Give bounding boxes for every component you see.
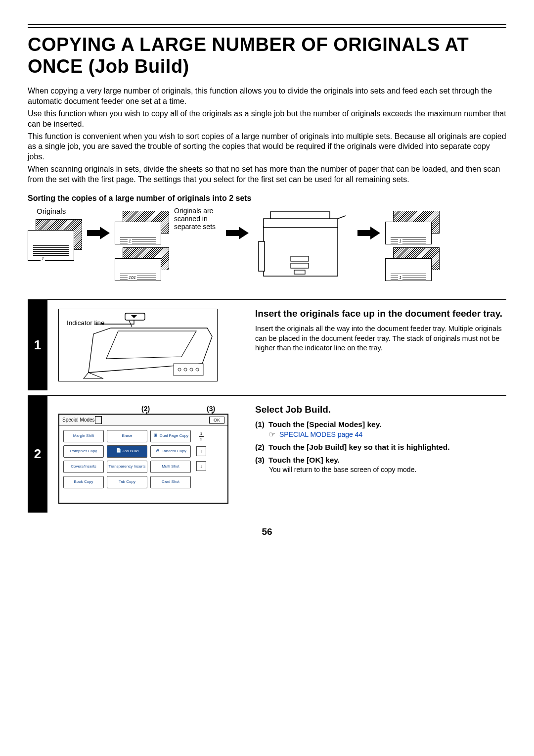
paperstack-icon: 1: [385, 247, 440, 280]
tab-copy-key[interactable]: Tab Copy: [107, 476, 147, 488]
dual-page-icon: ▣: [153, 433, 159, 438]
inst-3-text: Touch the [OK] key.: [268, 456, 340, 465]
special-modes-link[interactable]: SPECIAL MODES page 44: [279, 430, 362, 438]
panel-callouts: (2) (3): [58, 405, 226, 414]
top-rule: [28, 24, 506, 28]
step-2-title: Select Job Build.: [255, 404, 506, 416]
page-number: 56: [28, 526, 506, 537]
svg-rect-6: [291, 263, 309, 268]
step-number: 1: [28, 300, 47, 390]
inst-1-text: Touch the [Special Modes] key.: [268, 420, 382, 429]
step-1: 1 Indicator line: [28, 299, 506, 390]
svg-rect-0: [264, 227, 338, 276]
tandem-copy-key[interactable]: 🖨Tandem Copy: [150, 445, 191, 458]
inst-3-body: You will return to the base screen of co…: [269, 466, 416, 473]
copier-icon: [254, 207, 353, 284]
workflow-diagram: Originals 1 1: [28, 207, 506, 284]
svg-rect-4: [259, 241, 265, 271]
step-1-title: Insert the originals face up in the docu…: [255, 308, 506, 320]
paperstack-icon: 101: [115, 247, 169, 280]
svg-line-3: [338, 216, 346, 219]
panel-title: Special Modes: [62, 417, 95, 423]
step-1-body: Insert the originals all the way into th…: [255, 324, 506, 353]
paperstack-icon: 1: [28, 219, 82, 261]
ok-button[interactable]: OK: [209, 417, 224, 424]
svg-rect-5: [291, 256, 309, 261]
scan-label: Originals are scanned in separate sets: [174, 207, 221, 231]
multi-shot-key[interactable]: Multi Shot: [150, 461, 191, 473]
paperstack-icon: 1: [115, 211, 169, 243]
margin-shift-key[interactable]: Margin Shift: [63, 430, 104, 442]
scroll-down-button[interactable]: ↓: [196, 461, 206, 471]
erase-key[interactable]: Erase: [107, 430, 147, 442]
step-2: 2 (2) (3) Special Modes OK Mar: [28, 395, 506, 513]
document-icon: [95, 416, 102, 424]
pamphlet-copy-key[interactable]: Pamphlet Copy: [63, 445, 104, 458]
page-fraction: 1 2: [199, 432, 204, 442]
card-shot-key[interactable]: Card Shot: [150, 476, 191, 488]
pointing-hand-icon: ☞: [269, 430, 275, 439]
covers-inserts-key[interactable]: Covers/Inserts: [63, 461, 104, 473]
page-title: COPYING A LARGE NUMBER OF ORIGINALS AT O…: [28, 34, 506, 77]
arrow-right-icon: [226, 227, 249, 239]
tandem-icon: 🖨: [155, 449, 161, 454]
svg-rect-2: [270, 212, 330, 219]
diagram-heading: Sorting the copies of a large number of …: [28, 194, 506, 203]
inst-3-number: (3): [255, 456, 265, 465]
job-build-icon: 📄: [116, 449, 122, 454]
arrow-right-icon: [357, 227, 380, 239]
svg-rect-7: [294, 270, 305, 274]
intro-para-4: When scanning originals in sets, divide …: [28, 164, 506, 185]
transparency-inserts-key[interactable]: Transparency Inserts: [107, 461, 147, 473]
svg-rect-1: [264, 219, 338, 228]
intro-para-2: Use this function when you wish to copy …: [28, 109, 506, 130]
originals-label: Originals: [28, 207, 82, 215]
scroll-up-button[interactable]: ↑: [196, 446, 206, 456]
intro-para-1: When copying a very large number of orig…: [28, 86, 506, 107]
inst-1-number: (1): [255, 420, 265, 429]
arrow-right-icon: [87, 227, 110, 239]
job-build-key[interactable]: 📄Job Build: [107, 445, 147, 458]
intro-para-3: This function is convenient when you wis…: [28, 132, 506, 162]
special-modes-panel: Special Modes OK Margin Shift Erase ▣Dua…: [58, 414, 228, 504]
inst-2-text: Touch the [Job Build] key so that it is …: [268, 443, 450, 452]
paperstack-icon: 1: [385, 211, 440, 243]
feeder-tray-illustration: Indicator line: [58, 309, 218, 381]
step-number: 2: [28, 396, 47, 513]
dual-page-copy-key[interactable]: ▣Dual Page Copy: [150, 430, 191, 442]
book-copy-key[interactable]: Book Copy: [63, 476, 104, 488]
inst-2-number: (2): [255, 443, 265, 452]
